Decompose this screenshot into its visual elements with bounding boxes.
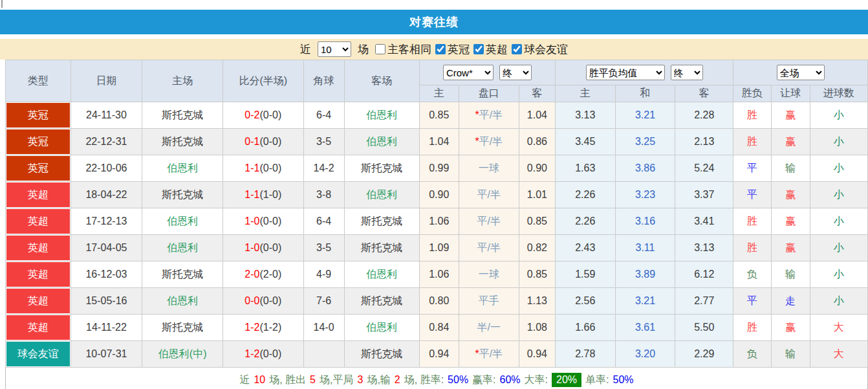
- score-fulltime: 1-1: [244, 162, 259, 173]
- outcome-cell: 胜: [733, 129, 771, 155]
- home-team-cell: 斯托克城: [142, 182, 223, 208]
- avg-away-odds: 3.41: [675, 208, 733, 235]
- handicap-result-cell: 走: [771, 288, 810, 315]
- subcol-avg-home: 主: [555, 85, 615, 102]
- company-away-odds: 0.94: [519, 341, 556, 368]
- away-team-cell: 斯托克城: [344, 155, 419, 182]
- summary-label: 大率:: [525, 374, 548, 385]
- avg-away-odds: 3.37: [675, 182, 733, 208]
- table-row: 球会友谊 10-07-31 伯恩利(中) 1-2(0-0) 斯托克城 0.94 …: [6, 341, 868, 368]
- score-fulltime: 1-0: [244, 242, 259, 253]
- league-checkbox-yingchao[interactable]: [473, 44, 484, 54]
- league-badge: 英超: [6, 315, 70, 340]
- goals-result-cell: 小: [810, 261, 867, 288]
- date-cell: 24-11-30: [71, 102, 142, 129]
- home-team-cell: 伯恩利: [142, 235, 223, 261]
- handicap-result-cell: 输: [771, 261, 810, 288]
- away-team-cell: 伯恩利: [344, 182, 419, 208]
- summary-row: 近10场, 胜出5场,平局3场,输2场, 胜率:50%赢率:60%大率:20%单…: [6, 368, 868, 389]
- corners-cell: 3-5: [303, 129, 344, 155]
- score-halftime: (0-0): [259, 295, 281, 306]
- league-filter-yingguan[interactable]: 英冠: [435, 42, 470, 57]
- type-cell: 英冠: [6, 129, 71, 155]
- company-away-odds: 1.08: [519, 315, 556, 341]
- handicap-result-cell: 输: [771, 155, 810, 182]
- score-fulltime: 1-1: [244, 189, 259, 200]
- league-filter-friendly[interactable]: 球会友谊: [512, 42, 568, 57]
- handicap-cell: 平/半: [459, 235, 519, 261]
- handicap-label: 平/半: [479, 109, 503, 120]
- score-cell: 1-0(0-0): [222, 208, 303, 235]
- company-away-odds: 1.01: [519, 182, 556, 208]
- score-cell: 1-0(0-0): [222, 235, 303, 261]
- league-label-yingguan: 英冠: [448, 42, 470, 57]
- away-team-cell: 斯托克城: [344, 288, 419, 315]
- subcol-handicap: 盘口: [459, 85, 519, 102]
- subcol-avg-away: 客: [675, 85, 733, 102]
- corners-cell: 6-4: [303, 208, 344, 235]
- home-team-cell: 斯托克城: [142, 129, 223, 155]
- table-row: 英超 18-04-22 斯托克城 1-1(1-0) 3-8 伯恩利 0.90 平…: [6, 182, 868, 208]
- type-cell: 英超: [6, 235, 71, 261]
- league-checkbox-yingguan[interactable]: [435, 44, 446, 54]
- company-home-odds: 0.90: [419, 182, 459, 208]
- handicap-label: 平/半: [477, 242, 501, 253]
- outcome-cell: 胜: [733, 208, 771, 235]
- same-venue-label: 主客相同: [387, 42, 431, 57]
- avg-draw-odds: 3.61: [615, 315, 675, 341]
- away-team-cell: 伯恩利: [344, 315, 419, 341]
- handicap-result-cell: 赢: [771, 182, 810, 208]
- score-fulltime: 0-2: [244, 109, 259, 120]
- scope-select[interactable]: 全场: [777, 65, 825, 80]
- league-badge: 英冠: [6, 156, 70, 181]
- avg-home-odds: 3.13: [555, 102, 615, 129]
- score-halftime: (0-0): [259, 136, 281, 147]
- company-away-odds: 0.85: [519, 261, 556, 288]
- handicap-result-cell: 赢: [771, 235, 810, 261]
- handicap-label: 平/半: [477, 189, 501, 200]
- league-checkbox-friendly[interactable]: [512, 44, 522, 54]
- avg-draw-odds: 3.89: [615, 261, 675, 288]
- type-cell: 英超: [6, 182, 71, 208]
- handicap-result-cell: 赢: [771, 129, 810, 155]
- summary-draws: 3: [357, 374, 363, 385]
- date-cell: 22-10-06: [71, 155, 142, 182]
- handicap-result-cell: 赢: [771, 102, 810, 129]
- summary-single-rate: 50%: [613, 374, 634, 385]
- home-team-cell: 伯恩利: [142, 155, 223, 182]
- company-away-odds: 0.82: [519, 235, 556, 261]
- summary-label: 近: [239, 374, 250, 385]
- company-away-odds: 1.04: [519, 102, 556, 129]
- corners-cell: [303, 341, 344, 368]
- type-cell: 英冠: [6, 155, 71, 182]
- page: 对赛往绩 近 10 场 主客相同 英冠 英超 球会友谊: [0, 0, 868, 389]
- summary-label: 赢率:: [472, 374, 495, 385]
- score-halftime: (0-0): [259, 162, 281, 173]
- table-row: 英冠 22-10-06 伯恩利 1-1(0-0) 14-2 斯托克城 0.99 …: [6, 155, 868, 182]
- summary-losses: 2: [395, 374, 400, 385]
- league-badge: 英超: [6, 183, 70, 207]
- company-select[interactable]: Crow*: [443, 65, 494, 80]
- summary-count: 10: [254, 374, 265, 385]
- handicap-cell: *平/半: [459, 102, 519, 129]
- away-team-cell: 伯恩利: [344, 129, 419, 155]
- company-home-odds: 1.04: [419, 129, 459, 155]
- avg-odds-select[interactable]: 胜平负均值: [586, 65, 665, 80]
- handicap-label: 一球: [479, 162, 499, 173]
- home-team-cell: 伯恩利: [142, 288, 223, 315]
- company-state-select[interactable]: 终: [499, 65, 532, 80]
- company-home-odds: 0.80: [419, 288, 459, 315]
- col-header-score: 比分(半场): [222, 60, 303, 102]
- avg-away-odds: 2.77: [675, 288, 733, 315]
- league-filter-yingchao[interactable]: 英超: [473, 42, 508, 57]
- avg-home-odds: 2.43: [555, 235, 615, 261]
- company-away-odds: 0.86: [519, 129, 556, 155]
- handicap-label: 平/半: [479, 348, 503, 359]
- company-home-odds: 0.94: [419, 341, 459, 368]
- avg-state-select[interactable]: 终: [671, 65, 703, 80]
- recent-count-select[interactable]: 10: [318, 41, 351, 57]
- summary-label: 场, 胜率:: [404, 374, 444, 385]
- same-venue-checkbox[interactable]: [375, 44, 385, 54]
- date-cell: 17-04-05: [71, 235, 142, 261]
- score-cell: 1-1(0-0): [222, 155, 303, 182]
